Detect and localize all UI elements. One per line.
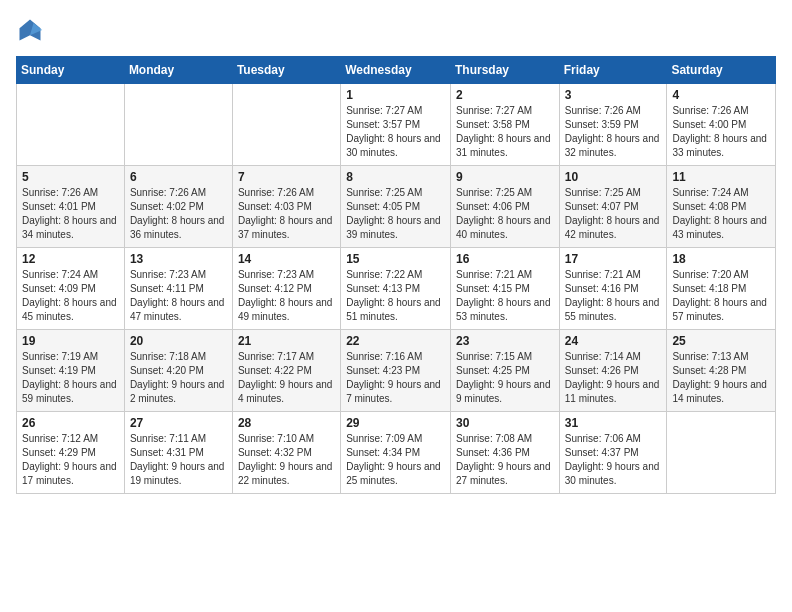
day-number: 9 — [456, 170, 554, 184]
day-info: Sunrise: 7:26 AM Sunset: 4:02 PM Dayligh… — [130, 186, 227, 242]
day-number: 10 — [565, 170, 662, 184]
weekday-header: Monday — [124, 57, 232, 84]
calendar-cell: 20Sunrise: 7:18 AM Sunset: 4:20 PM Dayli… — [124, 330, 232, 412]
day-number: 30 — [456, 416, 554, 430]
calendar-cell: 29Sunrise: 7:09 AM Sunset: 4:34 PM Dayli… — [341, 412, 451, 494]
day-number: 20 — [130, 334, 227, 348]
day-number: 29 — [346, 416, 445, 430]
calendar-week-row: 5Sunrise: 7:26 AM Sunset: 4:01 PM Daylig… — [17, 166, 776, 248]
day-number: 25 — [672, 334, 770, 348]
day-info: Sunrise: 7:27 AM Sunset: 3:58 PM Dayligh… — [456, 104, 554, 160]
day-number: 23 — [456, 334, 554, 348]
calendar-cell: 15Sunrise: 7:22 AM Sunset: 4:13 PM Dayli… — [341, 248, 451, 330]
weekday-header: Sunday — [17, 57, 125, 84]
calendar-table: SundayMondayTuesdayWednesdayThursdayFrid… — [16, 56, 776, 494]
day-info: Sunrise: 7:20 AM Sunset: 4:18 PM Dayligh… — [672, 268, 770, 324]
calendar-cell: 30Sunrise: 7:08 AM Sunset: 4:36 PM Dayli… — [450, 412, 559, 494]
day-info: Sunrise: 7:12 AM Sunset: 4:29 PM Dayligh… — [22, 432, 119, 488]
day-number: 24 — [565, 334, 662, 348]
calendar-cell: 13Sunrise: 7:23 AM Sunset: 4:11 PM Dayli… — [124, 248, 232, 330]
day-info: Sunrise: 7:26 AM Sunset: 4:03 PM Dayligh… — [238, 186, 335, 242]
calendar-cell: 9Sunrise: 7:25 AM Sunset: 4:06 PM Daylig… — [450, 166, 559, 248]
weekday-header: Thursday — [450, 57, 559, 84]
day-info: Sunrise: 7:21 AM Sunset: 4:16 PM Dayligh… — [565, 268, 662, 324]
calendar-cell — [667, 412, 776, 494]
day-info: Sunrise: 7:25 AM Sunset: 4:06 PM Dayligh… — [456, 186, 554, 242]
day-number: 17 — [565, 252, 662, 266]
calendar-cell: 3Sunrise: 7:26 AM Sunset: 3:59 PM Daylig… — [559, 84, 667, 166]
day-info: Sunrise: 7:25 AM Sunset: 4:07 PM Dayligh… — [565, 186, 662, 242]
day-number: 4 — [672, 88, 770, 102]
calendar-week-row: 19Sunrise: 7:19 AM Sunset: 4:19 PM Dayli… — [17, 330, 776, 412]
day-number: 31 — [565, 416, 662, 430]
day-number: 12 — [22, 252, 119, 266]
calendar-cell: 21Sunrise: 7:17 AM Sunset: 4:22 PM Dayli… — [232, 330, 340, 412]
calendar-week-row: 26Sunrise: 7:12 AM Sunset: 4:29 PM Dayli… — [17, 412, 776, 494]
calendar-cell: 12Sunrise: 7:24 AM Sunset: 4:09 PM Dayli… — [17, 248, 125, 330]
calendar-cell: 16Sunrise: 7:21 AM Sunset: 4:15 PM Dayli… — [450, 248, 559, 330]
calendar-cell: 11Sunrise: 7:24 AM Sunset: 4:08 PM Dayli… — [667, 166, 776, 248]
calendar-cell: 5Sunrise: 7:26 AM Sunset: 4:01 PM Daylig… — [17, 166, 125, 248]
calendar-cell: 24Sunrise: 7:14 AM Sunset: 4:26 PM Dayli… — [559, 330, 667, 412]
day-info: Sunrise: 7:14 AM Sunset: 4:26 PM Dayligh… — [565, 350, 662, 406]
calendar-cell: 14Sunrise: 7:23 AM Sunset: 4:12 PM Dayli… — [232, 248, 340, 330]
day-number: 18 — [672, 252, 770, 266]
day-number: 27 — [130, 416, 227, 430]
weekday-header: Friday — [559, 57, 667, 84]
weekday-header: Wednesday — [341, 57, 451, 84]
day-info: Sunrise: 7:23 AM Sunset: 4:11 PM Dayligh… — [130, 268, 227, 324]
day-number: 8 — [346, 170, 445, 184]
calendar-cell: 26Sunrise: 7:12 AM Sunset: 4:29 PM Dayli… — [17, 412, 125, 494]
calendar-cell: 18Sunrise: 7:20 AM Sunset: 4:18 PM Dayli… — [667, 248, 776, 330]
day-info: Sunrise: 7:15 AM Sunset: 4:25 PM Dayligh… — [456, 350, 554, 406]
calendar-cell: 6Sunrise: 7:26 AM Sunset: 4:02 PM Daylig… — [124, 166, 232, 248]
calendar-cell: 17Sunrise: 7:21 AM Sunset: 4:16 PM Dayli… — [559, 248, 667, 330]
calendar-cell: 23Sunrise: 7:15 AM Sunset: 4:25 PM Dayli… — [450, 330, 559, 412]
calendar-cell: 25Sunrise: 7:13 AM Sunset: 4:28 PM Dayli… — [667, 330, 776, 412]
day-info: Sunrise: 7:18 AM Sunset: 4:20 PM Dayligh… — [130, 350, 227, 406]
weekday-header-row: SundayMondayTuesdayWednesdayThursdayFrid… — [17, 57, 776, 84]
day-number: 22 — [346, 334, 445, 348]
day-info: Sunrise: 7:26 AM Sunset: 4:01 PM Dayligh… — [22, 186, 119, 242]
calendar-cell — [124, 84, 232, 166]
calendar-cell: 19Sunrise: 7:19 AM Sunset: 4:19 PM Dayli… — [17, 330, 125, 412]
logo — [16, 16, 46, 44]
day-number: 13 — [130, 252, 227, 266]
day-number: 14 — [238, 252, 335, 266]
day-info: Sunrise: 7:16 AM Sunset: 4:23 PM Dayligh… — [346, 350, 445, 406]
calendar-cell: 22Sunrise: 7:16 AM Sunset: 4:23 PM Dayli… — [341, 330, 451, 412]
day-info: Sunrise: 7:11 AM Sunset: 4:31 PM Dayligh… — [130, 432, 227, 488]
calendar-cell: 10Sunrise: 7:25 AM Sunset: 4:07 PM Dayli… — [559, 166, 667, 248]
calendar-cell: 27Sunrise: 7:11 AM Sunset: 4:31 PM Dayli… — [124, 412, 232, 494]
calendar-cell: 1Sunrise: 7:27 AM Sunset: 3:57 PM Daylig… — [341, 84, 451, 166]
calendar-cell — [17, 84, 125, 166]
day-number: 11 — [672, 170, 770, 184]
day-info: Sunrise: 7:19 AM Sunset: 4:19 PM Dayligh… — [22, 350, 119, 406]
day-number: 19 — [22, 334, 119, 348]
day-number: 16 — [456, 252, 554, 266]
day-info: Sunrise: 7:06 AM Sunset: 4:37 PM Dayligh… — [565, 432, 662, 488]
day-number: 15 — [346, 252, 445, 266]
day-info: Sunrise: 7:21 AM Sunset: 4:15 PM Dayligh… — [456, 268, 554, 324]
day-number: 21 — [238, 334, 335, 348]
calendar-cell: 8Sunrise: 7:25 AM Sunset: 4:05 PM Daylig… — [341, 166, 451, 248]
day-number: 2 — [456, 88, 554, 102]
calendar-cell: 2Sunrise: 7:27 AM Sunset: 3:58 PM Daylig… — [450, 84, 559, 166]
calendar-cell — [232, 84, 340, 166]
day-info: Sunrise: 7:24 AM Sunset: 4:09 PM Dayligh… — [22, 268, 119, 324]
weekday-header: Tuesday — [232, 57, 340, 84]
day-info: Sunrise: 7:25 AM Sunset: 4:05 PM Dayligh… — [346, 186, 445, 242]
logo-icon — [16, 16, 44, 44]
calendar-cell: 28Sunrise: 7:10 AM Sunset: 4:32 PM Dayli… — [232, 412, 340, 494]
day-number: 3 — [565, 88, 662, 102]
day-number: 28 — [238, 416, 335, 430]
day-info: Sunrise: 7:22 AM Sunset: 4:13 PM Dayligh… — [346, 268, 445, 324]
day-info: Sunrise: 7:24 AM Sunset: 4:08 PM Dayligh… — [672, 186, 770, 242]
day-number: 7 — [238, 170, 335, 184]
calendar-cell: 4Sunrise: 7:26 AM Sunset: 4:00 PM Daylig… — [667, 84, 776, 166]
day-number: 26 — [22, 416, 119, 430]
day-info: Sunrise: 7:08 AM Sunset: 4:36 PM Dayligh… — [456, 432, 554, 488]
day-info: Sunrise: 7:26 AM Sunset: 4:00 PM Dayligh… — [672, 104, 770, 160]
calendar-week-row: 12Sunrise: 7:24 AM Sunset: 4:09 PM Dayli… — [17, 248, 776, 330]
page-header — [16, 16, 776, 44]
